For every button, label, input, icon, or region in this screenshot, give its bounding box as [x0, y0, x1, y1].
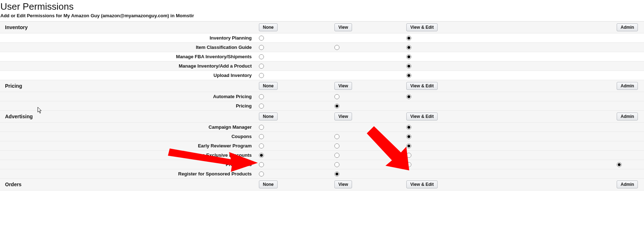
view-header-button[interactable]: View [334, 82, 352, 90]
section-header: Orders [0, 179, 255, 191]
permission-radio[interactable] [406, 54, 411, 59]
permission-radio[interactable] [259, 36, 264, 41]
permission-radio[interactable] [406, 73, 411, 78]
permission-label: Coupons [0, 132, 255, 141]
section-header: Inventory [0, 22, 255, 33]
view-edit-header-button[interactable]: View & Edit [406, 82, 438, 90]
permission-label: Manage FBA Inventory/Shipments [0, 52, 255, 61]
none-header-button[interactable]: None [259, 82, 278, 90]
permission-radio[interactable] [259, 64, 264, 69]
permission-radio[interactable] [617, 162, 622, 167]
permission-radio[interactable] [334, 143, 339, 148]
permission-label: Manage Inventory/Add a Product [0, 61, 255, 71]
none-header-button[interactable]: None [259, 113, 278, 120]
permission-radio[interactable] [334, 171, 339, 177]
page-title: User Permissions [0, 0, 644, 13]
permission-label: Item Classification Guide [0, 43, 255, 52]
permission-radio[interactable] [259, 54, 264, 59]
permission-label: Campaign Manager [0, 123, 255, 132]
permission-radio[interactable] [259, 125, 264, 130]
permission-radio[interactable] [334, 94, 339, 99]
permission-radio[interactable] [334, 104, 339, 109]
permission-radio[interactable] [259, 94, 264, 99]
permission-radio[interactable] [334, 45, 339, 50]
section-header: Pricing [0, 80, 255, 92]
view-edit-header-button[interactable]: View & Edit [406, 23, 438, 31]
permission-radio[interactable] [406, 153, 411, 158]
permission-radio[interactable] [406, 94, 411, 99]
permission-radio[interactable] [334, 162, 339, 167]
view-edit-header-button[interactable]: View & Edit [406, 113, 438, 120]
permission-label: Register for Sponsored Products [0, 169, 255, 179]
permission-label: Pricing [0, 101, 255, 111]
view-header-button[interactable]: View [334, 113, 352, 120]
permission-label: Automate Pricing [0, 92, 255, 101]
permission-label: Promotions [0, 160, 255, 169]
permission-radio[interactable] [406, 45, 411, 50]
view-edit-header-button[interactable]: View & Edit [406, 180, 438, 188]
admin-header-button[interactable]: Admin [617, 113, 638, 120]
permission-label: Upload Inventory [0, 71, 255, 80]
permission-radio[interactable] [334, 134, 339, 139]
permission-radio[interactable] [406, 36, 411, 41]
permission-radio[interactable] [406, 143, 411, 148]
permissions-table: InventoryNoneViewView & EditAdminInvento… [0, 21, 644, 191]
section-header: Advertising [0, 111, 255, 123]
permission-label: Inventory Planning [0, 33, 255, 43]
permission-radio[interactable] [259, 134, 264, 139]
permission-radio[interactable] [334, 153, 339, 158]
permission-radio[interactable] [259, 73, 264, 78]
permission-radio[interactable] [406, 64, 411, 69]
admin-header-button[interactable]: Admin [617, 23, 638, 31]
admin-header-button[interactable]: Admin [617, 180, 638, 188]
admin-header-button[interactable]: Admin [617, 82, 638, 90]
none-header-button[interactable]: None [259, 180, 278, 188]
permission-radio[interactable] [406, 162, 411, 167]
permission-radio[interactable] [259, 153, 264, 158]
view-header-button[interactable]: View [334, 180, 352, 188]
permission-radio[interactable] [259, 171, 264, 177]
permission-radio[interactable] [406, 125, 411, 130]
none-header-button[interactable]: None [259, 23, 278, 31]
permission-radio[interactable] [259, 143, 264, 148]
permission-radio[interactable] [259, 162, 264, 167]
permission-radio[interactable] [259, 45, 264, 50]
permission-label: Early Reviewer Program [0, 141, 255, 151]
permission-radio[interactable] [406, 134, 411, 139]
subtitle: Add or Edit Permissions for My Amazon Gu… [0, 13, 644, 21]
permission-radio[interactable] [259, 104, 264, 109]
permission-label: Prime Exclusive Discounts [0, 151, 255, 160]
view-header-button[interactable]: View [334, 23, 352, 31]
